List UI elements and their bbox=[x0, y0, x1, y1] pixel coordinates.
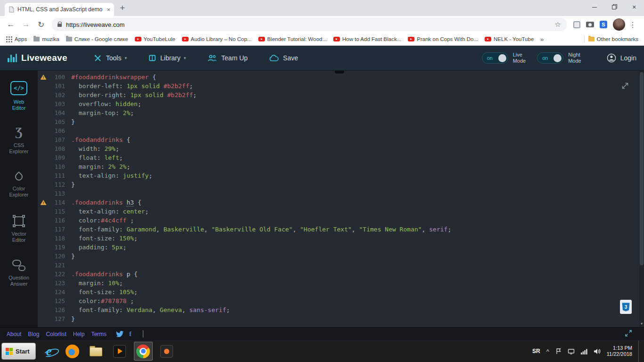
code-line[interactable]: 126 font-family: Verdana, Geneva, sans-s… bbox=[38, 305, 644, 314]
code-line[interactable]: !100#foodanddrinkswrapper { bbox=[38, 73, 644, 82]
live-mode-toggle[interactable]: on bbox=[482, 52, 508, 64]
bookmark-item[interactable]: How to Add Fast Black... bbox=[333, 36, 401, 42]
bookmark-item[interactable]: NELK - YouTube bbox=[485, 36, 534, 42]
taskbar-app-files[interactable] bbox=[87, 342, 106, 361]
menu-save[interactable]: Save bbox=[269, 54, 298, 62]
code-line[interactable]: 127} bbox=[38, 314, 644, 323]
code-line[interactable]: 101 border-left: 1px solid #b2b2ff; bbox=[38, 82, 644, 90]
code-line[interactable]: 112} bbox=[38, 180, 644, 189]
footer-link-help[interactable]: Help bbox=[73, 331, 85, 337]
code-line[interactable]: 115 text-align: center; bbox=[38, 207, 644, 216]
url-text[interactable]: https://liveweave.com bbox=[66, 21, 551, 28]
bookmark-item[interactable]: Audio Library – No Cop... bbox=[182, 36, 252, 42]
code-line[interactable]: 125 color:#787878 ; bbox=[38, 296, 644, 305]
forward-button[interactable]: → bbox=[19, 17, 33, 32]
taskbar-app-firefox[interactable] bbox=[63, 342, 82, 361]
sidebar-item-color-explorer[interactable]: ColorExplorer bbox=[0, 166, 38, 210]
network-signal-icon[interactable] bbox=[581, 348, 587, 354]
taskbar-clock[interactable]: 1:13 PM 11/22/2018 bbox=[607, 345, 632, 357]
code-line[interactable]: 120} bbox=[38, 252, 644, 261]
show-desktop-button[interactable] bbox=[638, 340, 641, 362]
code-line[interactable]: 113 bbox=[38, 189, 644, 198]
minimize-button[interactable] bbox=[585, 0, 604, 14]
back-button[interactable]: ← bbox=[4, 17, 18, 32]
code-line[interactable]: 102 border-right: 1px solid #b2b2ff; bbox=[38, 90, 644, 99]
address-bar[interactable]: https://liveweave.com ☆ bbox=[52, 18, 567, 31]
close-button[interactable]: × bbox=[624, 0, 644, 14]
sidebar-item-web-editor[interactable]: </> WebEditor bbox=[0, 77, 38, 122]
start-button[interactable]: Start bbox=[1, 343, 36, 360]
code-line[interactable]: 122.foodanddrinks p { bbox=[38, 270, 644, 279]
new-tab-button[interactable]: + bbox=[120, 3, 125, 13]
code-line[interactable]: 111 text-align: justify; bbox=[38, 171, 644, 180]
menu-tools[interactable]: Tools ▾ bbox=[94, 54, 127, 62]
restore-button[interactable] bbox=[604, 0, 624, 14]
taskbar-app-player[interactable] bbox=[110, 342, 129, 361]
bookmark-item[interactable]: YouTubeLule bbox=[135, 36, 175, 42]
display-icon[interactable] bbox=[568, 348, 575, 354]
scrollbar-thumb[interactable] bbox=[640, 72, 644, 265]
action-center-flag-icon[interactable] bbox=[555, 348, 561, 354]
footer-link-about[interactable]: About bbox=[7, 331, 21, 337]
bookmark-item[interactable]: Blender Tutorial: Wood... bbox=[258, 36, 327, 42]
refresh-button[interactable]: ↻ bbox=[34, 17, 48, 32]
extension-s-icon[interactable]: S bbox=[600, 21, 607, 28]
code-line[interactable]: 109 float: left; bbox=[38, 153, 644, 162]
code-line[interactable]: 121 bbox=[38, 261, 644, 270]
fullscreen-button[interactable] bbox=[624, 329, 633, 339]
taskbar-app-darkapp[interactable] bbox=[157, 342, 176, 361]
code-line[interactable]: 110 margin: 2% 2%; bbox=[38, 162, 644, 171]
bookmarks-overflow-icon[interactable]: » bbox=[540, 36, 544, 43]
warning-icon[interactable]: ! bbox=[38, 73, 49, 82]
tray-expand-icon[interactable]: ^ bbox=[546, 348, 549, 355]
code-line[interactable]: 105} bbox=[38, 117, 644, 126]
code-line[interactable]: 116 color:#4c4cff ; bbox=[38, 216, 644, 225]
code-line[interactable]: 118 font-size: 150%; bbox=[38, 234, 644, 243]
night-mode-toggle[interactable]: on bbox=[537, 52, 563, 64]
code-line[interactable]: 104 margin-top: 2%; bbox=[38, 108, 644, 117]
browser-tab[interactable]: HTML, CSS and JavaScript demo - Li × bbox=[5, 3, 114, 16]
code-line[interactable]: 119 padding: 5px; bbox=[38, 243, 644, 252]
tab-close-icon[interactable]: × bbox=[107, 7, 110, 13]
footer-link-blog[interactable]: Blog bbox=[28, 331, 39, 337]
expand-pane-button[interactable] bbox=[620, 81, 630, 92]
liveweave-logo[interactable]: Liveweave bbox=[8, 53, 67, 63]
code-line[interactable]: 106 bbox=[38, 126, 644, 135]
bookmark-star-icon[interactable]: ☆ bbox=[555, 20, 561, 29]
twitter-icon[interactable] bbox=[116, 331, 124, 337]
footer-link-terms[interactable]: Terms bbox=[91, 331, 107, 337]
extension-doc-icon[interactable] bbox=[573, 21, 580, 28]
code-line[interactable]: 108 width: 29%; bbox=[38, 144, 644, 153]
pane-splitter-handle[interactable] bbox=[335, 71, 344, 74]
facebook-icon[interactable]: f bbox=[129, 330, 132, 338]
volume-icon[interactable] bbox=[594, 348, 601, 354]
scroll-down-button[interactable]: ▼ bbox=[639, 320, 644, 327]
code-line[interactable]: !114.foodanddrinks h3 { bbox=[38, 198, 644, 207]
extension-camera-icon[interactable] bbox=[586, 22, 594, 27]
browser-menu-icon[interactable]: ⋮ bbox=[628, 20, 640, 29]
code-line[interactable]: 117 font-family: Garamond, Baskerville, … bbox=[38, 225, 644, 234]
code-line[interactable]: 124 font-size: 105%; bbox=[38, 288, 644, 296]
sidebar-item-question-answer[interactable]: QuestionAnswer bbox=[0, 255, 38, 299]
bookmark-item[interactable]: Prank on Cops With Do... bbox=[408, 36, 478, 42]
bookmark-item[interactable]: muzika bbox=[33, 36, 59, 42]
taskbar-app-ie[interactable] bbox=[40, 342, 58, 361]
editor-scrollbar[interactable] bbox=[639, 71, 644, 327]
bookmark-apps[interactable]: Apps bbox=[6, 36, 27, 42]
warning-icon[interactable]: ! bbox=[38, 198, 49, 207]
login-button[interactable]: Login bbox=[607, 53, 636, 63]
menu-library[interactable]: Library ▾ bbox=[149, 54, 186, 62]
sidebar-item-css-explorer[interactable]: Ʒ CSSExplorer bbox=[0, 122, 38, 166]
code-line[interactable]: 123 margin: 10%; bbox=[38, 279, 644, 288]
taskbar-app-chrome[interactable] bbox=[134, 342, 153, 361]
other-bookmarks-button[interactable]: Other bookmarks bbox=[588, 36, 638, 42]
code-line[interactable]: 103 overflow: hidden; bbox=[38, 99, 644, 108]
footer-link-colorlist[interactable]: Colorlist bbox=[46, 331, 66, 337]
sidebar-item-vector-editor[interactable]: VectorEditor bbox=[0, 210, 38, 255]
language-indicator[interactable]: SR bbox=[532, 348, 540, 354]
profile-avatar[interactable] bbox=[613, 18, 625, 31]
bookmark-item[interactable]: Слике - Google слике bbox=[66, 36, 128, 42]
code-line[interactable]: 107.foodanddrinks { bbox=[38, 135, 644, 144]
menu-team-up[interactable]: Team Up bbox=[207, 54, 248, 62]
code-editor[interactable]: !100#foodanddrinkswrapper {101 border-le… bbox=[38, 71, 644, 327]
